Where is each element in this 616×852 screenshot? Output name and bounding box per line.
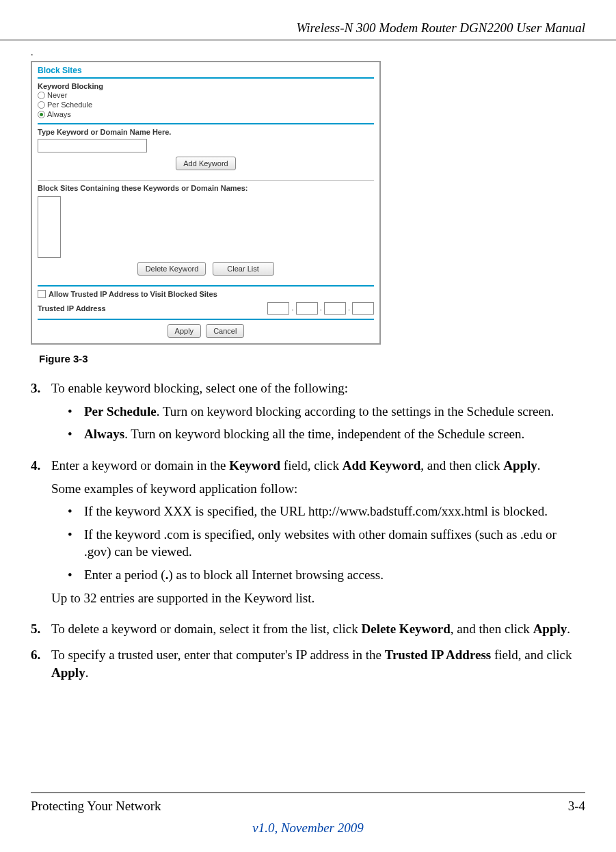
step-number: 5. <box>31 620 51 638</box>
bullet-bold: Per Schedule <box>84 404 157 418</box>
type-keyword-label: Type Keyword or Domain Name Here. <box>38 128 374 136</box>
bullet-mark: • <box>68 503 84 520</box>
ip-octet-1[interactable] <box>267 302 289 315</box>
text-bold: Delete Keyword <box>361 622 450 636</box>
bullet-per-schedule: • Per Schedule. Turn on keyword blocking… <box>68 403 585 421</box>
text-bold: Apply <box>503 458 537 472</box>
bullet-mark: • <box>68 403 84 421</box>
content-marker: . <box>31 47 585 58</box>
text-part: , and then click <box>420 458 503 472</box>
instruction-list: 3. To enable keyword blocking, select on… <box>31 380 585 681</box>
step-5: 5. To delete a keyword or domain, select… <box>31 620 585 638</box>
ip-octet-3[interactable] <box>324 302 346 315</box>
clear-list-button[interactable]: Clear List <box>213 262 274 276</box>
bullet-period: • Enter a period (.) as to block all Int… <box>68 566 585 584</box>
text-part: To delete a keyword or domain, select it… <box>51 622 361 636</box>
bullet-text: If the keyword XXX is specified, the URL… <box>84 503 548 520</box>
bullet-always: • Always. Turn on keyword blocking all t… <box>68 425 585 443</box>
ip-octet-4[interactable] <box>352 302 374 315</box>
radio-icon <box>38 101 45 109</box>
text-part: Enter a period ( <box>84 568 165 582</box>
bullet-mark: • <box>68 425 84 443</box>
keyword-blocking-section: Keyword Blocking Never Per Schedule Alwa… <box>32 79 379 123</box>
block-list-section: Block Sites Containing these Keywords or… <box>32 181 379 285</box>
step-number: 6. <box>31 646 51 681</box>
step-number: 3. <box>31 380 51 449</box>
radio-never-row[interactable]: Never <box>38 90 374 100</box>
text-part: Enter a keyword or domain in the <box>51 458 229 472</box>
form-actions: Apply Cancel <box>32 320 379 343</box>
text-bold: Apply <box>533 622 567 636</box>
step-paragraph: Some examples of keyword application fol… <box>51 480 585 498</box>
text-part: field, click <box>280 458 343 472</box>
block-sites-figure: Block Sites Keyword Blocking Never Per S… <box>31 61 381 345</box>
text-part: . <box>537 458 541 472</box>
radio-always-label: Always <box>47 110 71 118</box>
text-bold: Apply <box>51 665 85 680</box>
text-bold: Keyword <box>229 458 280 472</box>
text-part: . <box>85 665 89 680</box>
text-bold: Trusted IP Address <box>385 648 492 662</box>
radio-per-schedule-label: Per Schedule <box>47 101 92 109</box>
text-part: , and then click <box>451 622 533 636</box>
radio-icon <box>38 92 45 99</box>
keyword-blocking-label: Keyword Blocking <box>38 82 374 90</box>
allow-trusted-checkbox[interactable] <box>38 290 46 298</box>
allow-trusted-label: Allow Trusted IP Address to Visit Blocke… <box>49 290 217 298</box>
bullet-bold: Always <box>84 427 124 441</box>
text-part: . <box>567 622 570 636</box>
apply-button[interactable]: Apply <box>168 324 202 338</box>
figure-caption: Figure 3-3 <box>39 353 585 364</box>
bullet-mark: • <box>68 526 84 561</box>
step-3: 3. To enable keyword blocking, select on… <box>31 380 585 449</box>
bullet-com: • If the keyword .com is specified, only… <box>68 526 585 561</box>
page-content: . Block Sites Keyword Blocking Never Per… <box>0 47 616 681</box>
ip-octet-2[interactable] <box>296 302 318 315</box>
text-bold: Add Keyword <box>343 458 421 472</box>
page-header-title: Wireless-N 300 Modem Router DGN2200 User… <box>0 21 616 40</box>
bullet-mark: • <box>68 566 84 584</box>
delete-keyword-button[interactable]: Delete Keyword <box>137 262 206 276</box>
footer-page-number: 3-4 <box>568 799 585 814</box>
radio-always-row[interactable]: Always <box>38 109 374 119</box>
step-paragraph: Up to 32 entries are supported in the Ke… <box>51 589 585 607</box>
footer-version: v1.0, November 2009 <box>31 821 585 836</box>
bullet-text: . Turn on keyword blocking all the time,… <box>124 427 524 441</box>
step-text: To enable keyword blocking, select one o… <box>51 381 348 395</box>
radio-icon <box>38 111 45 118</box>
type-keyword-section: Type Keyword or Domain Name Here. Add Ke… <box>32 124 379 180</box>
text-part: To specify a trusted user, enter that co… <box>51 648 385 662</box>
trusted-ip-section: Allow Trusted IP Address to Visit Blocke… <box>32 287 379 319</box>
radio-never-label: Never <box>47 91 67 99</box>
keyword-listbox[interactable] <box>38 196 61 258</box>
page-footer: Protecting Your Network 3-4 v1.0, Novemb… <box>0 793 616 836</box>
trusted-ip-label: Trusted IP Address <box>38 304 106 312</box>
step-4: 4. Enter a keyword or domain in the Keyw… <box>31 457 585 612</box>
block-sites-heading: Block Sites <box>32 62 379 77</box>
step-6: 6. To specify a trusted user, enter that… <box>31 646 585 681</box>
bullet-text: If the keyword .com is specified, only w… <box>84 526 585 561</box>
footer-section-title: Protecting Your Network <box>31 799 161 814</box>
radio-per-schedule-row[interactable]: Per Schedule <box>38 100 374 109</box>
cancel-button[interactable]: Cancel <box>206 324 244 338</box>
ip-input-group: . . . <box>267 302 374 315</box>
block-list-label: Block Sites Containing these Keywords or… <box>38 184 374 192</box>
keyword-input[interactable] <box>38 139 147 152</box>
bullet-xxx: • If the keyword XXX is specified, the U… <box>68 503 585 520</box>
text-part: ) as to block all Internet browsing acce… <box>168 568 383 582</box>
text-part: field, and click <box>491 648 572 662</box>
step-number: 4. <box>31 457 51 612</box>
add-keyword-button[interactable]: Add Keyword <box>176 157 235 170</box>
bullet-text: . Turn on keyword blocking according to … <box>157 404 554 418</box>
